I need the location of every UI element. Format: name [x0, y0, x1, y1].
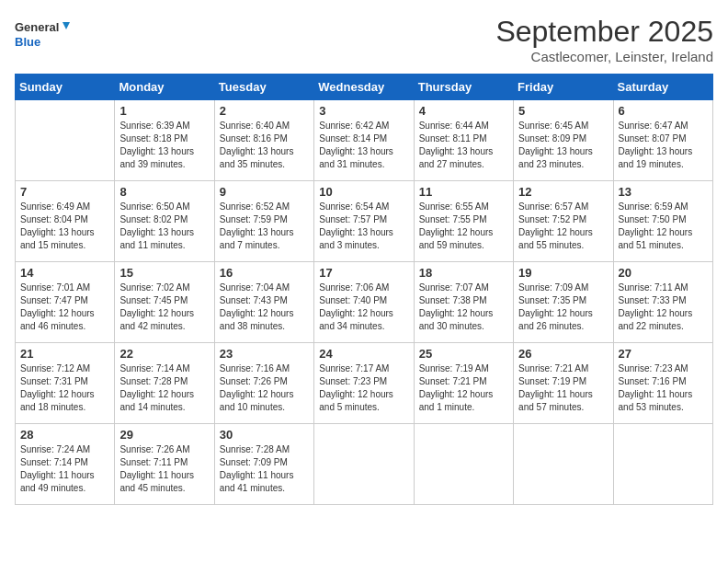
cell-info: Sunrise: 6:54 AMSunset: 7:57 PMDaylight:…	[319, 201, 408, 252]
page-header: General Blue September 2025 Castlecomer,…	[15, 15, 713, 64]
day-number: 12	[518, 185, 608, 199]
cell-info: Sunrise: 7:24 AMSunset: 7:14 PMDaylight:…	[20, 443, 109, 495]
day-number: 20	[619, 266, 708, 280]
location-title: Castlecomer, Leinster, Ireland	[495, 49, 713, 64]
calendar-cell: 13Sunrise: 6:59 AMSunset: 7:50 PMDayligh…	[613, 181, 712, 262]
day-number: 24	[319, 347, 408, 361]
day-number: 19	[518, 266, 608, 280]
day-number: 5	[518, 104, 608, 118]
day-number: 2	[220, 104, 309, 118]
calendar-cell: 4Sunrise: 6:44 AMSunset: 8:11 PMDaylight…	[414, 100, 513, 181]
cell-info: Sunrise: 7:09 AMSunset: 7:35 PMDaylight:…	[518, 282, 608, 333]
column-header-sunday: Sunday	[16, 75, 115, 100]
column-header-tuesday: Tuesday	[214, 75, 313, 100]
day-number: 1	[119, 104, 209, 118]
day-number: 11	[419, 185, 508, 199]
day-number: 27	[619, 347, 708, 361]
day-number: 23	[220, 347, 309, 361]
cell-info: Sunrise: 7:14 AMSunset: 7:28 PMDaylight:…	[119, 362, 209, 414]
calendar-cell: 27Sunrise: 7:23 AMSunset: 7:16 PMDayligh…	[613, 343, 712, 424]
cell-info: Sunrise: 6:50 AMSunset: 8:02 PMDaylight:…	[119, 201, 209, 252]
day-number: 30	[220, 428, 309, 442]
header-row: SundayMondayTuesdayWednesdayThursdayFrid…	[16, 75, 713, 100]
day-number: 10	[319, 185, 408, 199]
cell-info: Sunrise: 7:16 AMSunset: 7:26 PMDaylight:…	[220, 362, 309, 414]
calendar-cell: 1Sunrise: 6:39 AMSunset: 8:18 PMDaylight…	[115, 100, 214, 181]
calendar-cell: 26Sunrise: 7:21 AMSunset: 7:19 PMDayligh…	[514, 343, 613, 424]
calendar-cell: 15Sunrise: 7:02 AMSunset: 7:45 PMDayligh…	[115, 262, 214, 343]
column-header-saturday: Saturday	[613, 75, 712, 100]
calendar-cell: 21Sunrise: 7:12 AMSunset: 7:31 PMDayligh…	[16, 343, 115, 424]
calendar-cell	[514, 424, 613, 505]
calendar-cell	[613, 424, 712, 505]
day-number: 18	[419, 266, 508, 280]
day-number: 25	[419, 347, 508, 361]
cell-info: Sunrise: 7:12 AMSunset: 7:31 PMDaylight:…	[20, 362, 109, 414]
calendar-cell: 9Sunrise: 6:52 AMSunset: 7:59 PMDaylight…	[214, 181, 313, 262]
calendar-cell: 23Sunrise: 7:16 AMSunset: 7:26 PMDayligh…	[214, 343, 313, 424]
month-title: September 2025	[495, 15, 713, 49]
cell-info: Sunrise: 6:55 AMSunset: 7:55 PMDaylight:…	[419, 201, 508, 252]
day-number: 28	[20, 428, 109, 442]
week-row-4: 21Sunrise: 7:12 AMSunset: 7:31 PMDayligh…	[16, 343, 713, 424]
day-number: 16	[220, 266, 309, 280]
cell-info: Sunrise: 6:45 AMSunset: 8:09 PMDaylight:…	[518, 120, 608, 171]
day-number: 13	[619, 185, 708, 199]
calendar-cell: 20Sunrise: 7:11 AMSunset: 7:33 PMDayligh…	[613, 262, 712, 343]
calendar-cell: 3Sunrise: 6:42 AMSunset: 8:14 PMDaylight…	[314, 100, 414, 181]
cell-info: Sunrise: 7:28 AMSunset: 7:09 PMDaylight:…	[220, 443, 309, 495]
calendar-cell: 14Sunrise: 7:01 AMSunset: 7:47 PMDayligh…	[16, 262, 115, 343]
calendar-cell: 28Sunrise: 7:24 AMSunset: 7:14 PMDayligh…	[16, 424, 115, 505]
calendar-cell: 7Sunrise: 6:49 AMSunset: 8:04 PMDaylight…	[16, 181, 115, 262]
cell-info: Sunrise: 7:02 AMSunset: 7:45 PMDaylight:…	[119, 282, 209, 333]
calendar-cell	[414, 424, 513, 505]
calendar-cell: 19Sunrise: 7:09 AMSunset: 7:35 PMDayligh…	[514, 262, 613, 343]
day-number: 29	[119, 428, 209, 442]
cell-info: Sunrise: 7:26 AMSunset: 7:11 PMDaylight:…	[119, 443, 209, 495]
cell-info: Sunrise: 6:57 AMSunset: 7:52 PMDaylight:…	[518, 201, 608, 252]
calendar-cell	[314, 424, 414, 505]
svg-text:General: General	[15, 20, 59, 34]
day-number: 21	[20, 347, 109, 361]
calendar-cell: 5Sunrise: 6:45 AMSunset: 8:09 PMDaylight…	[514, 100, 613, 181]
calendar-cell: 30Sunrise: 7:28 AMSunset: 7:09 PMDayligh…	[214, 424, 313, 505]
cell-info: Sunrise: 7:11 AMSunset: 7:33 PMDaylight:…	[619, 282, 708, 333]
calendar-cell: 22Sunrise: 7:14 AMSunset: 7:28 PMDayligh…	[115, 343, 214, 424]
day-number: 7	[20, 185, 109, 199]
week-row-2: 7Sunrise: 6:49 AMSunset: 8:04 PMDaylight…	[16, 181, 713, 262]
calendar-table: SundayMondayTuesdayWednesdayThursdayFrid…	[15, 74, 713, 505]
week-row-5: 28Sunrise: 7:24 AMSunset: 7:14 PMDayligh…	[16, 424, 713, 505]
title-block: September 2025 Castlecomer, Leinster, Ir…	[495, 15, 713, 64]
cell-info: Sunrise: 7:21 AMSunset: 7:19 PMDaylight:…	[518, 362, 608, 414]
calendar-cell: 24Sunrise: 7:17 AMSunset: 7:23 PMDayligh…	[314, 343, 414, 424]
day-number: 22	[119, 347, 209, 361]
calendar-cell: 10Sunrise: 6:54 AMSunset: 7:57 PMDayligh…	[314, 181, 414, 262]
cell-info: Sunrise: 7:06 AMSunset: 7:40 PMDaylight:…	[319, 282, 408, 333]
svg-marker-1	[63, 22, 70, 29]
day-number: 3	[319, 104, 408, 118]
column-header-wednesday: Wednesday	[314, 75, 414, 100]
calendar-cell: 29Sunrise: 7:26 AMSunset: 7:11 PMDayligh…	[115, 424, 214, 505]
week-row-3: 14Sunrise: 7:01 AMSunset: 7:47 PMDayligh…	[16, 262, 713, 343]
calendar-cell: 16Sunrise: 7:04 AMSunset: 7:43 PMDayligh…	[214, 262, 313, 343]
week-row-1: 1Sunrise: 6:39 AMSunset: 8:18 PMDaylight…	[16, 100, 713, 181]
day-number: 8	[119, 185, 209, 199]
calendar-cell: 2Sunrise: 6:40 AMSunset: 8:16 PMDaylight…	[214, 100, 313, 181]
cell-info: Sunrise: 7:01 AMSunset: 7:47 PMDaylight:…	[20, 282, 109, 333]
cell-info: Sunrise: 6:49 AMSunset: 8:04 PMDaylight:…	[20, 201, 109, 252]
cell-info: Sunrise: 7:19 AMSunset: 7:21 PMDaylight:…	[419, 362, 508, 414]
day-number: 26	[518, 347, 608, 361]
column-header-monday: Monday	[115, 75, 214, 100]
logo: General Blue	[15, 15, 70, 55]
cell-info: Sunrise: 6:42 AMSunset: 8:14 PMDaylight:…	[319, 120, 408, 171]
calendar-cell: 6Sunrise: 6:47 AMSunset: 8:07 PMDaylight…	[613, 100, 712, 181]
svg-text:Blue: Blue	[15, 35, 40, 49]
column-header-thursday: Thursday	[414, 75, 513, 100]
day-number: 17	[319, 266, 408, 280]
cell-info: Sunrise: 7:07 AMSunset: 7:38 PMDaylight:…	[419, 282, 508, 333]
cell-info: Sunrise: 7:17 AMSunset: 7:23 PMDaylight:…	[319, 362, 408, 414]
cell-info: Sunrise: 6:40 AMSunset: 8:16 PMDaylight:…	[220, 120, 309, 171]
day-number: 6	[619, 104, 708, 118]
day-number: 15	[119, 266, 209, 280]
cell-info: Sunrise: 6:47 AMSunset: 8:07 PMDaylight:…	[619, 120, 708, 171]
